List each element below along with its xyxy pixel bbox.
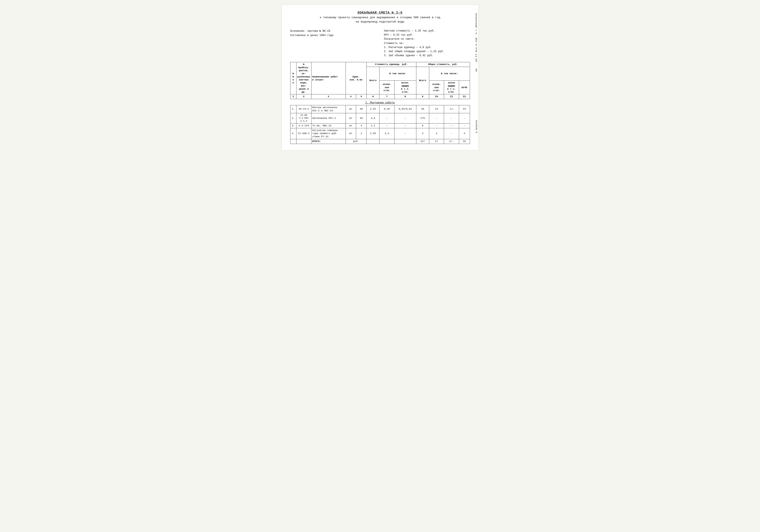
main-table-section: № №п п № прейску-рантов, ук-рупненныхсме…: [290, 62, 470, 144]
col-base-gen-header: основ-наяз/пл.: [429, 81, 444, 94]
cost-line1: Сметная стоимость – 2,10 тыс.руб.: [384, 29, 444, 33]
header: ЛОКАЛЬНАЯ СМЕТА № I–5 к типовому проекту…: [290, 11, 470, 24]
row2-total-unit: 4,9: [366, 113, 379, 123]
itogo-empty1: [290, 139, 296, 144]
itogo-base-gen: I7: [429, 139, 444, 144]
cn11: II: [444, 94, 459, 99]
row4-qty: I: [356, 128, 366, 139]
row1-total-unit: I,OI: [366, 105, 379, 113]
side-text-album: Альбом 5: [475, 120, 478, 133]
section-label-row: I. Монтажные работы: [290, 99, 470, 105]
side-text-right: Зональный т.п. 802-5-47м.13.88 69: [474, 13, 478, 72]
col-total-cost-header: Общая стоимость, руб.: [416, 62, 470, 67]
itogo-mach-gen: I/–: [444, 139, 459, 144]
table-row: 3. п.2-I44 То же, ПБС-IA шт 4 2,I – – 8 …: [290, 123, 470, 128]
col-name-header: Наименование работи затрат: [311, 62, 346, 94]
col-mach-gen-header: эксплмашинв т.ч.з/пл.: [444, 81, 459, 94]
cn2: 2: [296, 94, 311, 99]
col-prescr-header: № прейску-рантов, ук-рупненныхсметныхнор…: [296, 62, 311, 94]
row2-name: Автопоилка ПСС-I: [311, 113, 346, 123]
itogo-empty2: [296, 139, 311, 144]
row1-mach-gen: .I/–: [444, 105, 459, 113]
col-incl-gen-header: В том числе:: [429, 67, 470, 80]
page-number: 69: [475, 69, 478, 72]
row1-nuch: I5: [459, 105, 470, 113]
subtitle1: к типовому проекту свинарника для выращи…: [290, 16, 470, 20]
cn9: 9: [416, 94, 429, 99]
col-number-row: I 2 3 4 5 6 7 8 9 IO II I2: [290, 94, 470, 99]
row4-base-unit: 2,5: [379, 128, 395, 139]
itogo-empty5: [394, 139, 416, 144]
itogo-total-gen: 227: [416, 139, 429, 144]
row4-total-unit: 2,55: [366, 128, 379, 139]
row3-name: То же, ПБС-IA: [311, 123, 346, 128]
cn7: 7: [379, 94, 395, 99]
row3-total-gen: 8: [416, 123, 429, 128]
basis-line2: Составлена в ценах 1984 года: [290, 33, 334, 37]
row2-base-unit: –: [379, 113, 395, 123]
cost-line5: 1. Расчетную единицу – 4,8 руб.: [384, 45, 444, 50]
estimate-table: № №п п № прейску-рантов, ук-рупненныхсме…: [290, 62, 470, 144]
row2-num: 2.: [290, 113, 296, 123]
row1-num: I.: [290, 105, 296, 113]
row3-prescr: п.2-I44: [296, 123, 311, 128]
section-label: I. Монтажные работы: [290, 99, 470, 105]
cost-line3: Показатели по смете:: [384, 37, 444, 41]
row3-base-unit: –: [379, 123, 395, 128]
row3-qty: 4: [356, 123, 366, 128]
cn5: 5: [356, 94, 366, 99]
row1-base-unit: 0,35: [379, 105, 395, 113]
row1-name: Монтаж автопоилокПСС-I и ПБС-IA: [311, 105, 346, 113]
cn6: 6: [366, 94, 379, 99]
cost-line2: НУЧ – 0,33 тыс.руб.: [384, 33, 444, 37]
col-unit-cost-header: Стоимость единицы, руб.: [366, 62, 416, 67]
col-nuch-header: НУЧП: [459, 81, 470, 94]
row3-base-gen: –: [429, 123, 444, 128]
row3-mach-gen: – –: [444, 123, 459, 128]
subtitle2: на водопровод подогретой воды: [290, 20, 470, 24]
row4-name: Регулятор темпера-туры прямого дей-ствия…: [311, 128, 346, 139]
col-base-unit-header: основ-наяз/пл.: [379, 81, 395, 94]
cn10: IO: [429, 94, 444, 99]
col-total-gen-header: Всего: [416, 67, 429, 94]
row3-total-unit: 2,I: [366, 123, 379, 128]
cost-info: Сметная стоимость – 2,10 тыс.руб. НУЧ – …: [384, 29, 444, 58]
zone-label: Зональный т.п. 802-5-47м.13.88: [475, 13, 478, 62]
row4-num: 4.: [290, 128, 296, 139]
row3-num: 3.: [290, 123, 296, 128]
cost-line4: Стоимость на:: [384, 41, 444, 45]
page: Зональный т.п. 802-5-47м.13.88 69 Альбом…: [281, 4, 479, 151]
itogo-row: ИТОГО: руб. 227 I7 I/– I8: [290, 139, 470, 144]
itogo-unit: руб.: [346, 139, 366, 144]
col-unit-qty-header: Един.изм. К-во: [346, 62, 366, 94]
itogo-empty4: [379, 139, 395, 144]
cn8: 8: [394, 94, 416, 99]
itogo-empty3: [366, 139, 379, 144]
row4-total-gen: 3: [416, 128, 429, 139]
row1-base-gen: I4: [429, 105, 444, 113]
table-row: 2. 2I-06п.2-032к-1,4 Автопоилка ПСС-I шт…: [290, 113, 470, 123]
row1-qty: 40: [356, 105, 366, 113]
row4-nuch: 3: [459, 128, 470, 139]
itogo-nuch: I8: [459, 139, 470, 144]
row3-nuch: –: [459, 123, 470, 128]
row2-qty: 36: [356, 113, 366, 123]
cost-line7: 3. 1м3 объема здания – 0,42 руб.: [384, 54, 444, 58]
row1-total-gen: 40: [416, 105, 429, 113]
row2-nuch: –: [459, 113, 470, 123]
cost-line6: 2. 1м2 общей площади здания – 1,33 руб.: [384, 50, 444, 54]
row3-unit: шт: [346, 123, 356, 128]
row1-prescr: 35-44-3: [296, 105, 311, 113]
row2-unit: шт: [346, 113, 356, 123]
col-mach-unit-header: экспл.машинв т.ч.з/пл.: [394, 81, 416, 94]
row4-mach-unit: –: [394, 128, 416, 139]
row1-unit: шт: [346, 105, 356, 113]
cn1: I: [290, 94, 296, 99]
row4-base-gen: 3: [429, 128, 444, 139]
basis-info: Основание: чертежи № ВК.СО Составлена в …: [290, 29, 334, 38]
title: ЛОКАЛЬНАЯ СМЕТА № I–5: [290, 11, 470, 15]
row2-base-gen: –: [429, 113, 444, 123]
row2-total-gen: I76: [416, 113, 429, 123]
row2-mach-gen: –: [444, 113, 459, 123]
table-row: 4. II-390-I Регулятор темпера-туры прямо…: [290, 128, 470, 139]
